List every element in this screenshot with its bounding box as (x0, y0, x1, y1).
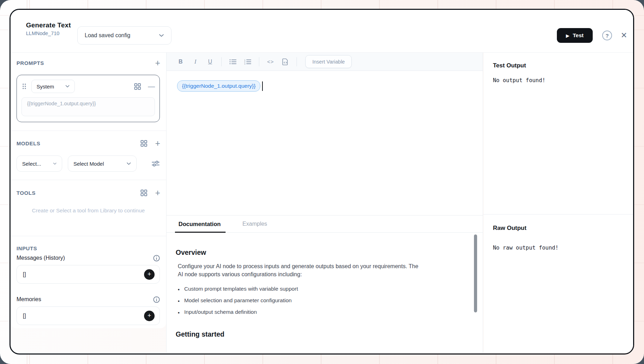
drag-handle-icon[interactable] (21, 82, 27, 90)
text-cursor (262, 81, 263, 91)
model-select-value: Select Model (73, 161, 104, 167)
info-icon[interactable] (153, 296, 160, 303)
prompt-role-value: System (37, 84, 54, 90)
prompts-label: PROMPTS (17, 60, 44, 66)
code-button[interactable]: <> (264, 55, 277, 68)
memories-label-row: Memories (17, 295, 160, 304)
output-panel: Test Output No output found! Raw Output … (483, 53, 633, 353)
add-memory-button[interactable]: + (144, 311, 155, 321)
list-item-text: Custom prompt templates with variable su… (184, 286, 298, 293)
tools-empty-text: Create or Select a tool from Library to … (21, 206, 156, 215)
list-item: • Input/output schema definition (178, 309, 462, 316)
variable-chip[interactable]: {{triggerNode_1.output.query}} (177, 80, 260, 92)
overview-heading: Overview (176, 249, 462, 257)
toolbar-divider (259, 57, 259, 66)
divider (11, 180, 166, 180)
messages-history-label: Messages (History) (17, 255, 65, 261)
config-sidebar: PROMPTS + System (11, 53, 166, 328)
models-grid-icon[interactable] (141, 140, 147, 147)
bullet-icon: • (178, 286, 180, 293)
memories-label: Memories (17, 296, 41, 303)
messages-label-row: Messages (History) (17, 253, 160, 263)
numbered-list-button[interactable]: 123 (241, 55, 254, 68)
tools-grid-icon[interactable] (141, 190, 147, 196)
chevron-down-icon (65, 85, 70, 88)
bullet-list-button[interactable] (227, 55, 239, 68)
bold-button[interactable]: B (174, 55, 187, 68)
inputs-section-header: INPUTS (17, 243, 160, 253)
toolbar-divider (221, 57, 222, 66)
remove-prompt-button[interactable]: — (148, 83, 155, 90)
help-glyph: ? (605, 33, 609, 39)
doc-scrollbar-thumb[interactable] (474, 234, 477, 312)
help-icon[interactable]: ? (602, 31, 612, 40)
insert-variable-button[interactable]: Insert Variable (305, 55, 352, 68)
provider-select-value: Select... (22, 161, 41, 167)
raw-output-title: Raw Output (493, 225, 624, 232)
test-output-empty-text: No output found! (493, 77, 624, 84)
add-message-button[interactable]: + (144, 269, 155, 280)
italic-button[interactable]: I (189, 55, 202, 68)
bullet-icon: • (178, 309, 180, 316)
divider (11, 131, 166, 131)
svg-text:3: 3 (244, 62, 246, 64)
messages-history-value: [] (23, 271, 26, 278)
test-button[interactable]: ▶ Test (557, 28, 593, 43)
divider (11, 236, 166, 236)
editor-toolbar: B I U 123 <> Insert Var (167, 53, 483, 71)
node-id-label: LLMNode_710 (26, 31, 71, 36)
prompt-editor-area[interactable]: {{triggerNode_1.output.query}} (167, 71, 483, 215)
info-icon[interactable] (153, 254, 160, 262)
bullet-icon: • (178, 297, 180, 305)
modal-header: Generate Text LLMNode_710 Load saved con… (11, 10, 633, 53)
prompt-text-input[interactable]: {{triggerNode_1.output.query}} (21, 97, 155, 116)
raw-output-section: Raw Output No raw output found! (483, 214, 633, 353)
prompt-card: System — {{triggerNode_1.output. (17, 75, 160, 122)
feature-list: • Custom prompt templates with variable … (178, 286, 462, 316)
provider-select[interactable]: Select... (17, 155, 62, 172)
chevron-down-icon (159, 34, 164, 37)
list-item-text: Model selection and parameter configurat… (184, 297, 292, 305)
tools-label: TOOLS (17, 190, 35, 196)
test-button-label: Test (573, 32, 584, 39)
model-settings-sliders-icon[interactable] (151, 160, 160, 167)
prompt-editor-panel: B I U 123 <> Insert Var (166, 53, 483, 353)
tools-section-header: TOOLS + (17, 187, 160, 198)
underline-button[interactable]: U (204, 55, 216, 68)
models-label: MODELS (17, 140, 40, 146)
expand-prompt-grid-icon[interactable] (134, 83, 141, 90)
memories-value: [] (23, 313, 26, 319)
doc-tab-bar: Documentation Examples (167, 215, 483, 233)
close-icon[interactable]: ✕ (618, 30, 630, 41)
raw-output-empty-text: No raw output found! (493, 245, 624, 251)
memories-input[interactable]: [] + (17, 306, 160, 325)
documentation-content: Overview Configure your AI node to proce… (167, 233, 483, 353)
prompt-role-select[interactable]: System (31, 80, 75, 93)
chevron-down-icon (53, 163, 57, 165)
models-section-header: MODELS + (17, 138, 160, 148)
add-prompt-button[interactable]: + (155, 59, 160, 67)
list-item-text: Input/output schema definition (184, 309, 257, 316)
code-file-button[interactable] (279, 55, 292, 68)
tab-documentation[interactable]: Documentation (178, 216, 221, 232)
title-block: Generate Text LLMNode_710 (26, 21, 71, 36)
workflow-canvas-background: Generate Text LLMNode_710 Load saved con… (0, 0, 644, 364)
play-icon: ▶ (566, 34, 569, 38)
node-config-modal: Generate Text LLMNode_710 Load saved con… (9, 9, 634, 355)
tab-examples[interactable]: Examples (242, 216, 267, 232)
add-tool-button[interactable]: + (155, 188, 160, 197)
models-row: Select... Select Model (17, 155, 160, 172)
chevron-down-icon (126, 162, 131, 165)
model-select[interactable]: Select Model (68, 155, 137, 172)
overview-paragraph: Configure your AI node to process inputs… (178, 262, 421, 279)
modal-content: PROMPTS + System (11, 53, 633, 343)
test-output-section: Test Output No output found! (483, 53, 633, 214)
test-output-title: Test Output (493, 62, 624, 69)
getting-started-heading: Getting started (176, 330, 462, 338)
messages-history-input[interactable]: [] + (17, 265, 160, 284)
close-glyph: ✕ (621, 31, 627, 40)
list-item: • Custom prompt templates with variable … (178, 286, 462, 293)
load-saved-config-select[interactable]: Load saved config (77, 26, 171, 45)
add-model-button[interactable]: + (155, 139, 160, 148)
prompts-section-header: PROMPTS + (17, 58, 160, 68)
